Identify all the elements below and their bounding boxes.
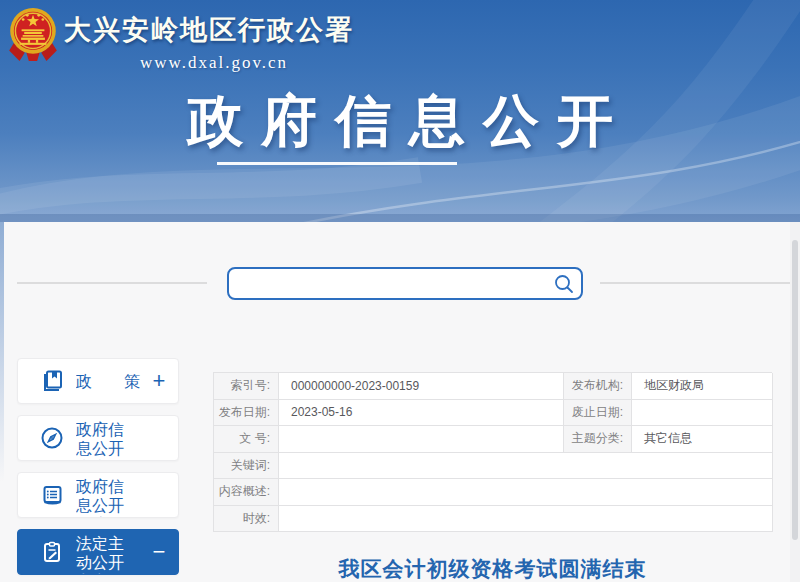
sidebar-item-label: 政府信息公开制度 [76, 473, 130, 517]
meta-value-expiry-date [632, 400, 773, 427]
site-title: 大兴安岭地区行政公署 [64, 12, 364, 48]
sidebar-item-rules[interactable]: 政府信息公开制度 [17, 472, 179, 518]
meta-label: 废止日期: [564, 400, 632, 427]
meta-label: 内容概述: [214, 479, 279, 506]
meta-value-issuing-agency: 地区财政局 [632, 373, 773, 400]
page-banner: 大兴安岭地区行政公署 www.dxal.gov.cn 政府信息公开 [0, 0, 800, 222]
meta-label: 文 号: [214, 426, 279, 453]
rules-icon [40, 483, 64, 507]
search-button[interactable] [547, 269, 581, 298]
meta-value-doc-number [279, 426, 564, 453]
article-panel: 索引号: 000000000-2023-00159 发布机构: 地区财政局 发布… [213, 372, 772, 582]
sidebar-nav: 政 策 + 政府信息公开指南 [17, 358, 179, 575]
scrollbar-track[interactable] [790, 222, 800, 582]
meta-label: 时效: [214, 506, 279, 533]
sidebar-item-label: 政府信息公开指南 [76, 416, 130, 460]
document-meta-table: 索引号: 000000000-2023-00159 发布机构: 地区财政局 发布… [213, 372, 772, 532]
meta-value-publish-date: 2023-05-16 [279, 400, 564, 427]
sidebar-item-label: 法定主动公开内容 [76, 530, 130, 574]
site-url: www.dxal.gov.cn [64, 53, 364, 73]
meta-value-topic-category: 其它信息 [632, 426, 773, 453]
clipboard-icon [40, 540, 64, 564]
left-edge-gradient [0, 222, 4, 482]
sidebar-item-guide[interactable]: 政府信息公开指南 [17, 415, 179, 461]
search-divider-right [600, 282, 790, 284]
meta-label: 主题分类: [564, 426, 632, 453]
article-title: 我区会计初级资格考试圆满结束 [213, 555, 772, 582]
book-icon [40, 369, 64, 393]
meta-value-keywords [279, 453, 773, 480]
search-box [227, 267, 583, 300]
meta-value-validity [279, 506, 773, 533]
search-icon [553, 273, 575, 295]
expand-icon[interactable]: + [150, 370, 168, 392]
banner-heading: 政府信息公开 [0, 84, 800, 160]
meta-label: 关键词: [214, 453, 279, 480]
sidebar-item-disclosure[interactable]: 法定主动公开内容 − [17, 529, 179, 575]
collapse-icon[interactable]: − [150, 541, 168, 563]
national-emblem [8, 5, 58, 63]
compass-icon [40, 426, 64, 450]
scrollbar-thumb[interactable] [792, 240, 798, 540]
meta-label: 发布机构: [564, 373, 632, 400]
meta-value-index-number: 000000000-2023-00159 [279, 373, 564, 400]
meta-label: 索引号: [214, 373, 279, 400]
meta-value-summary [279, 479, 773, 506]
search-divider-left [17, 282, 207, 284]
sidebar-item-label: 政 策 [76, 372, 150, 391]
content-area: 政 策 + 政府信息公开指南 [0, 222, 800, 582]
search-input[interactable] [229, 269, 547, 298]
sidebar-item-policy[interactable]: 政 策 + [17, 358, 179, 404]
meta-label: 发布日期: [214, 400, 279, 427]
banner-underline [217, 162, 457, 165]
